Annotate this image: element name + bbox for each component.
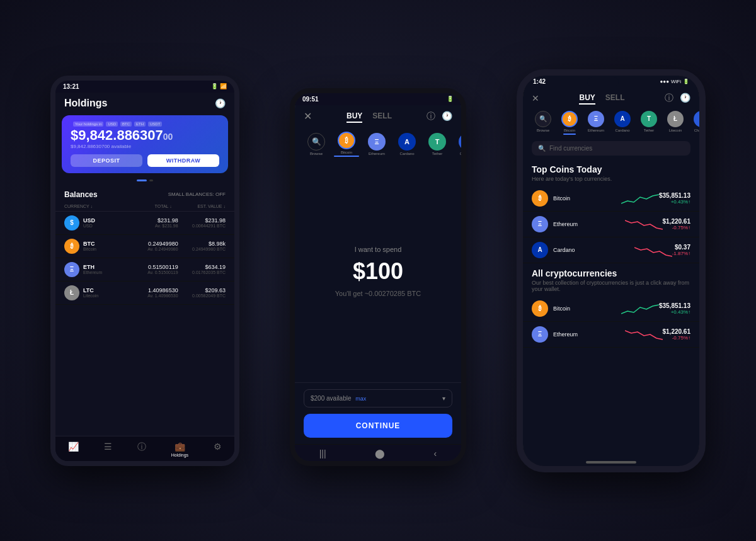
btc-price: $35,851.13 +0.43%↑: [659, 192, 690, 205]
cs-tether[interactable]: T Tether: [425, 133, 450, 156]
ios-buy-sell-tabs: BUY SELL: [579, 92, 624, 105]
ios-tab-buy[interactable]: BUY: [579, 92, 595, 105]
close-button[interactable]: ✕: [304, 110, 312, 122]
ios-close-button[interactable]: ✕: [532, 93, 539, 103]
ios-active-bar: [563, 134, 576, 135]
coin-info-ltc: LTC Litecoin: [83, 287, 130, 298]
coin-amount-eth: 0.51500119 Av. 0.51500119: [130, 264, 178, 275]
spend-label: I want to spend: [355, 246, 402, 253]
android-recent-2[interactable]: |||: [319, 448, 326, 458]
ios-cs-usdt[interactable]: T Tether: [638, 111, 660, 132]
chart-icon: 📈: [68, 441, 79, 452]
cs-ethereum[interactable]: Ξ Ethereum: [364, 133, 389, 156]
history-icon-2[interactable]: 🕐: [442, 111, 452, 122]
continue-button[interactable]: CONTINUE: [304, 414, 452, 438]
btc-price-2: $35,851.13 +0.43%↑: [659, 302, 690, 315]
receive-label: You'll get ~0.00270285 BTC: [335, 290, 421, 297]
list-icon: ☰: [104, 441, 112, 452]
search-icon: 🔍: [538, 145, 546, 152]
list-item[interactable]: Ξ Ethereum $1,220.61 -0.75%↑: [523, 322, 699, 348]
android-back-2[interactable]: ‹: [434, 448, 437, 458]
ios-battery-icon: 🔋: [683, 79, 689, 84]
nav-item-holdings[interactable]: 💼 Holdings: [171, 441, 188, 457]
ios-cs-eth[interactable]: Ξ Ethereum: [585, 111, 607, 132]
withdraw-button[interactable]: WITHDRAW: [147, 154, 219, 167]
ios-header: ✕ BUY SELL ⓘ 🕐: [523, 88, 699, 108]
wifi-icon: 📶: [220, 83, 227, 89]
header-icons: ⓘ 🕐: [427, 111, 452, 122]
phone-ios: 1:42 ●●● WiFi 🔋 ✕ BUY SELL ⓘ 🕐: [517, 69, 706, 472]
ios-cs-browse[interactable]: 🔍 Browse: [532, 111, 554, 132]
balances-toggle[interactable]: SMALL BALANCES: OFF: [168, 191, 226, 197]
cs-browse[interactable]: 🔍 Browse: [304, 133, 329, 156]
available-row[interactable]: $200 available max ▾: [304, 389, 452, 407]
status-icons-2: 🔋: [447, 96, 454, 102]
cs-cardano[interactable]: A Cardano: [394, 133, 420, 156]
ios-cs-ltc[interactable]: Ł Litecoin: [664, 111, 687, 132]
phone-buysell: 09:51 🔋 ✕ BUY SELL ⓘ 🕐 🔍 B: [290, 88, 466, 466]
coin-value-btc: $8.98k 0.24949980 BTC: [178, 241, 226, 251]
btc-icon: ₿: [64, 239, 79, 254]
nav-item-sliders[interactable]: ⚙: [214, 441, 222, 457]
search-input[interactable]: Find currencies: [549, 145, 592, 152]
nav-item-chart[interactable]: 📈: [68, 441, 79, 457]
search-bar[interactable]: 🔍 Find currencies: [532, 141, 690, 156]
ios-cs-link[interactable]: ⬡ Chainlink: [690, 111, 699, 132]
table-row[interactable]: ₿ BTC Bitcoin 0.24949980 Av. 0.24949980 …: [55, 235, 234, 258]
ios-cs-btc[interactable]: ₿ Bitcoin: [558, 111, 581, 135]
ios-tab-sell[interactable]: SELL: [605, 92, 625, 105]
nav-item-list[interactable]: ☰: [104, 441, 112, 457]
coin-amount-btc: 0.24949980 Av. 0.24949980: [130, 241, 178, 251]
list-item[interactable]: A Cardano $0.37 -1.87%↑: [523, 237, 699, 263]
eth-info-2: Ethereum: [553, 331, 625, 338]
ios-info-icon[interactable]: ⓘ: [665, 93, 673, 104]
ada-info: Cardano: [553, 247, 634, 253]
btc-row-icon: ₿: [532, 190, 548, 207]
holdings-amount: $9,842.88630700: [71, 127, 219, 144]
tab-sell[interactable]: SELL: [372, 110, 392, 123]
ios-home-indicator: [523, 457, 699, 466]
buy-amount: $100: [353, 258, 403, 285]
available-text: $200 available max: [311, 395, 366, 402]
table-header: CURRENCY ↓ TOTAL ↓ EST. VALUE ↓: [55, 202, 234, 212]
ios-home-bar: [586, 461, 636, 464]
holdings-title: Holdings: [64, 98, 107, 109]
ios-coin-selector: 🔍 Browse ₿ Bitcoin Ξ Ethereum A Cardano: [523, 108, 699, 137]
cs-bitcoin[interactable]: ₿ Bitcoin: [334, 132, 359, 157]
android-home-2[interactable]: ⬤: [375, 448, 385, 458]
table-row[interactable]: Ł LTC Litecoin 1.40986530 Av. 1.40986530…: [55, 282, 234, 305]
btc-info-2: Bitcoin: [553, 305, 621, 312]
list-item[interactable]: ₿ Bitcoin $35,851.13 +0.43%↑: [523, 186, 699, 212]
cs-chainlink[interactable]: ⬡ Chainlink: [455, 133, 461, 156]
holdings-buttons: DEPOSIT WITHDRAW: [71, 154, 219, 167]
eth-icon: Ξ: [64, 262, 79, 277]
history-icon[interactable]: 🕐: [215, 98, 226, 108]
status-bar-2: 09:51 🔋: [295, 93, 461, 105]
coin-info-usd: USD USD: [83, 217, 130, 228]
android-nav-2: ||| ⬤ ‹: [295, 444, 461, 461]
coin-info-eth: ETH Ethereum: [83, 264, 130, 275]
eth-price-2: $1,220.61 -0.75%↑: [663, 328, 691, 341]
info-icon-2[interactable]: ⓘ: [427, 111, 435, 122]
nav-item-info[interactable]: ⓘ: [137, 441, 146, 457]
coin-value-ltc: $209.63 0.00582049 BTC: [178, 287, 226, 298]
balances-title: Balances: [64, 190, 98, 199]
ios-cs-ada[interactable]: A Cardano: [611, 111, 634, 132]
buy-sell-tabs: BUY SELL: [346, 110, 392, 123]
list-item[interactable]: ₿ Bitcoin $35,851.13 +0.43%↑: [523, 296, 699, 322]
deposit-button[interactable]: DEPOSIT: [71, 154, 142, 167]
list-item[interactable]: Ξ Ethereum $1,220.61 -0.75%↑: [523, 212, 699, 237]
coin-amount-ltc: 1.40986530 Av. 1.40986530: [130, 287, 178, 298]
coin-info-btc: BTC Bitcoin: [83, 241, 130, 251]
tab-buy[interactable]: BUY: [346, 110, 362, 123]
browse-icon: 🔍: [307, 133, 325, 151]
ada-row-icon: A: [532, 242, 548, 258]
tether-icon: T: [428, 133, 446, 151]
ada-price: $0.37 -1.87%↑: [672, 244, 690, 256]
table-row[interactable]: Ξ ETH Ethereum 0.51500119 Av. 0.51500119…: [55, 258, 234, 282]
table-row[interactable]: $ USD USD $231.98 Av. $231.98 $231.98 0.…: [55, 212, 234, 235]
eth-info: Ethereum: [553, 221, 625, 227]
ios-history-icon[interactable]: 🕐: [680, 93, 690, 104]
info-icon: ⓘ: [137, 441, 146, 453]
phone-holdings: 13:21 🔋 📶 Holdings 🕐 Your holdings in US…: [50, 76, 239, 466]
